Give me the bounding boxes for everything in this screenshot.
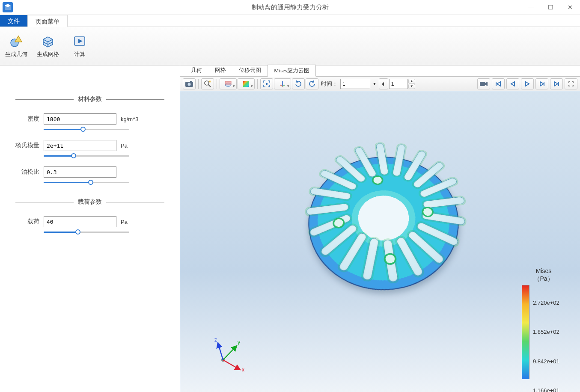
record-button[interactable]	[477, 78, 490, 89]
svg-point-8	[205, 81, 209, 85]
youngs-slider[interactable]	[44, 153, 129, 159]
rotate-cw-button[interactable]	[306, 78, 318, 89]
compute-label: 计算	[74, 50, 85, 58]
compute-icon	[72, 34, 87, 49]
load-input[interactable]	[44, 216, 116, 227]
brake-disc-model	[309, 143, 458, 292]
svg-line-9	[208, 85, 211, 87]
generate-mesh-button[interactable]: 生成网格	[35, 33, 61, 60]
svg-rect-12	[243, 81, 249, 87]
viewport-canvas[interactable]: x y z Mises （Pa） 2.720e+02 1.852e+02 9.8…	[180, 91, 580, 392]
youngs-unit: Pa	[121, 143, 128, 149]
param-youngs: 杨氏模量 Pa	[15, 140, 164, 151]
fit-view-button[interactable]	[260, 78, 273, 89]
density-input[interactable]	[44, 113, 116, 125]
viewer-tabs: 几何 网格 位移云图 Mises应力云图	[180, 65, 580, 77]
mesh-icon	[41, 34, 55, 49]
svg-text:y: y	[238, 339, 240, 345]
legend-tick-2: 9.842e+01	[533, 358, 559, 365]
tab-geometry[interactable]: 几何	[184, 64, 208, 76]
first-frame-button[interactable]	[492, 78, 505, 89]
expand-button[interactable]	[565, 78, 577, 89]
compute-button[interactable]: 计算	[67, 33, 92, 60]
window-controls: — ☐ ✕	[521, 0, 580, 15]
svg-line-29	[223, 346, 237, 360]
generate-geometry-button[interactable]: 生成几何	[3, 33, 29, 60]
last-frame-button[interactable]	[550, 78, 563, 89]
geometry-icon	[9, 34, 24, 49]
time-select[interactable]	[340, 79, 370, 89]
svg-marker-22	[526, 82, 529, 86]
maximize-button[interactable]: ☐	[541, 0, 560, 15]
titlebar: 制动盘的通用静力受力分析 — ☐ ✕	[0, 0, 580, 15]
menu-file[interactable]: 文件	[0, 15, 27, 27]
svg-marker-23	[540, 82, 544, 86]
axis-orientation-button[interactable]	[274, 78, 291, 89]
rotate-ccw-button[interactable]	[292, 78, 305, 89]
legend-tick-0: 2.720e+02	[533, 300, 559, 306]
frame-back-button[interactable]: ⏴	[379, 78, 388, 89]
time-label: 时间：	[321, 80, 338, 88]
axis-triad: x y z	[210, 336, 249, 375]
legend-title: Mises	[520, 267, 567, 275]
colormap-button[interactable]	[238, 78, 255, 89]
svg-line-30	[218, 343, 223, 360]
window-title: 制动盘的通用静力受力分析	[0, 3, 580, 12]
svg-line-15	[280, 85, 283, 86]
tab-displacement[interactable]: 位移云图	[232, 64, 268, 76]
color-legend: Mises （Pa） 2.720e+02 1.852e+02 9.842e+01…	[520, 267, 567, 379]
generate-mesh-label: 生成网格	[37, 50, 59, 58]
app-icon	[3, 2, 13, 12]
snapshot-button[interactable]	[183, 78, 196, 89]
param-poisson: 泊松比	[15, 166, 164, 178]
svg-point-13	[266, 83, 268, 84]
close-button[interactable]: ✕	[560, 0, 580, 15]
svg-point-6	[188, 83, 191, 86]
poisson-slider[interactable]	[44, 179, 129, 185]
density-label: 密度	[15, 115, 39, 123]
poisson-label: 泊松比	[15, 168, 39, 176]
main: 材料参数 密度 kg/m^3 杨氏模量 Pa 泊松比 载荷参数 载荷	[0, 65, 580, 392]
density-slider[interactable]	[44, 126, 129, 132]
menu-tabs: 文件 页面菜单	[0, 15, 580, 27]
viewer-toolbar: 时间： ▾ ⏴ ▲ ▼	[180, 77, 580, 91]
next-frame-button[interactable]	[535, 78, 548, 89]
legend-bar	[522, 285, 529, 379]
section-load: 载荷参数	[15, 198, 164, 206]
clip-button[interactable]	[220, 78, 237, 89]
param-load: 载荷 Pa	[15, 216, 164, 227]
svg-line-28	[223, 360, 240, 370]
zoom-button[interactable]	[201, 78, 214, 89]
density-unit: kg/m^3	[121, 116, 139, 122]
svg-text:z: z	[214, 337, 217, 343]
generate-geometry-label: 生成几何	[5, 50, 27, 58]
svg-rect-7	[190, 81, 192, 82]
sidebar: 材料参数 密度 kg/m^3 杨氏模量 Pa 泊松比 载荷参数 载荷	[0, 65, 180, 392]
play-button[interactable]	[521, 78, 534, 89]
param-density: 密度 kg/m^3	[15, 113, 164, 125]
ribbon: 生成几何 生成网格 计算	[0, 27, 580, 65]
svg-marker-25	[554, 82, 558, 86]
section-material: 材料参数	[15, 95, 164, 103]
load-label: 载荷	[15, 218, 39, 226]
poisson-input[interactable]	[44, 166, 116, 178]
frame-up-button[interactable]: ▲	[408, 79, 415, 84]
tab-mesh[interactable]: 网格	[208, 64, 232, 76]
load-slider[interactable]	[44, 229, 129, 235]
svg-rect-17	[480, 82, 485, 86]
youngs-input[interactable]	[44, 140, 116, 151]
frame-input[interactable]	[389, 79, 408, 89]
frame-down-button[interactable]: ▼	[408, 84, 415, 89]
viewer: 几何 网格 位移云图 Mises应力云图 时间： ▾ ⏴ ▲ ▼	[180, 65, 580, 392]
tab-mises[interactable]: Mises应力云图	[268, 65, 316, 77]
prev-frame-button[interactable]	[506, 78, 519, 89]
menu-page[interactable]: 页面菜单	[27, 15, 68, 27]
legend-unit: （Pa）	[520, 275, 567, 282]
youngs-label: 杨氏模量	[15, 142, 39, 149]
svg-marker-18	[485, 82, 488, 86]
svg-marker-21	[511, 82, 515, 86]
legend-tick-1: 1.852e+02	[533, 329, 559, 335]
svg-text:x: x	[242, 367, 244, 373]
minimize-button[interactable]: —	[521, 0, 541, 15]
svg-line-16	[283, 85, 285, 86]
